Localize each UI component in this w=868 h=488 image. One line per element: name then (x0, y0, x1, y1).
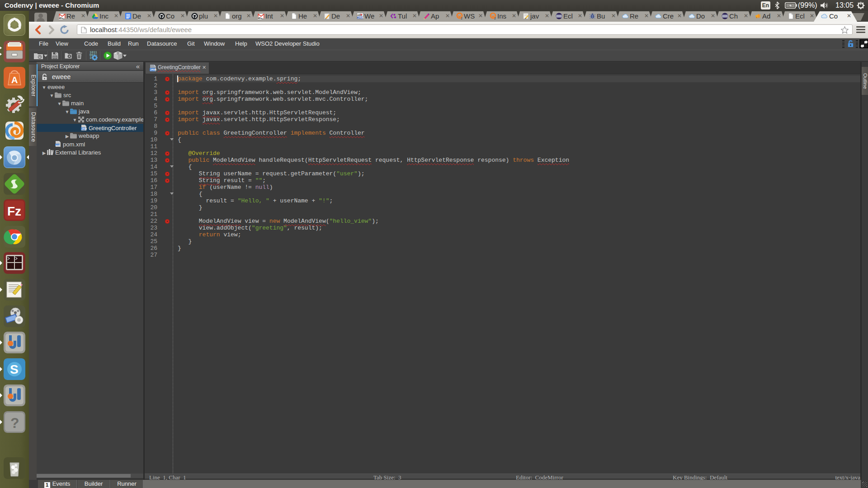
svg-text:Fz: Fz (7, 204, 21, 218)
svg-text:2: 2 (494, 17, 496, 19)
svg-text:S: S (10, 362, 19, 376)
svg-text:2: 2 (461, 17, 462, 19)
svg-text:A: A (11, 75, 18, 85)
svg-text:?: ? (10, 415, 19, 431)
svg-text:JAVA: JAVA (358, 16, 363, 19)
svg-text:JAVA: JAVA (150, 68, 156, 71)
svg-text:JAVA: JAVA (81, 127, 87, 130)
svg-text:90+: 90+ (59, 17, 63, 19)
svg-text:90+: 90+ (258, 17, 262, 19)
svg-text:pom: pom (56, 144, 60, 146)
